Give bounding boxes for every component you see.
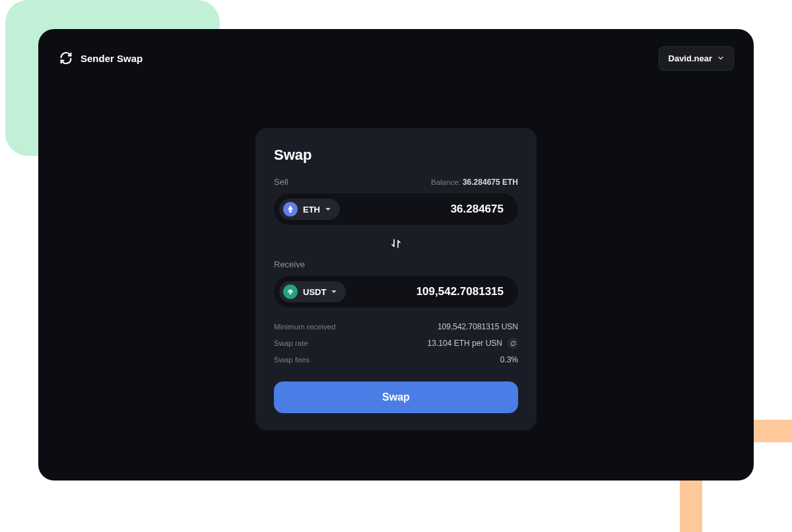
swap-fees-row: Swap fees 0.3% [274, 355, 518, 364]
sell-token-symbol: ETH [303, 205, 320, 215]
chevron-down-icon [325, 208, 331, 211]
logo-block: Sender Swap [58, 50, 143, 66]
swap-logo-icon [58, 50, 74, 66]
account-button[interactable]: David.near [659, 46, 734, 71]
receive-label: Receive [274, 259, 305, 269]
balance-display: Balance: 36.284675 ETH [431, 178, 518, 187]
card-title: Swap [274, 147, 518, 164]
receive-token-select[interactable]: USDT [279, 281, 346, 302]
swap-direction-row [274, 234, 518, 253]
receive-amount-row: USDT 109,542.7081315 [274, 276, 518, 308]
app-window: Sender Swap David.near Swap Sell Balance… [38, 29, 754, 481]
balance-value: 36.284675 ETH [463, 178, 518, 187]
swap-rate-label: Swap rate [274, 339, 308, 347]
sell-label-row: Sell Balance: 36.284675 ETH [274, 177, 518, 187]
eth-icon [283, 202, 298, 216]
account-label: David.near [669, 53, 712, 63]
min-received-row: Minimum received 109,542.7081315 USN [274, 322, 518, 331]
balance-label: Balance: [431, 178, 461, 186]
sell-amount-row: ETH 36.284675 [274, 193, 518, 225]
receive-token-symbol: USDT [303, 287, 326, 297]
header: Sender Swap David.near [58, 45, 734, 71]
sell-amount-input[interactable]: 36.284675 [451, 203, 504, 216]
swap-button[interactable]: Swap [274, 382, 518, 413]
swap-fees-label: Swap fees [274, 356, 310, 364]
chevron-down-icon [331, 290, 337, 293]
swap-direction-button[interactable] [387, 234, 405, 253]
receive-amount-input[interactable]: 109,542.7081315 [416, 285, 504, 298]
sell-token-select[interactable]: ETH [279, 199, 340, 220]
refresh-rate-button[interactable] [508, 338, 518, 349]
receive-label-row: Receive [274, 259, 518, 269]
swap-details: Minimum received 109,542.7081315 USN Swa… [274, 322, 518, 364]
app-title: Sender Swap [81, 53, 143, 64]
min-received-value: 109,542.7081315 USN [438, 322, 518, 331]
chevron-down-icon [717, 55, 724, 61]
min-received-label: Minimum received [274, 323, 335, 331]
usdt-icon [283, 284, 298, 299]
swap-card: Swap Sell Balance: 36.284675 ETH ETH 36.… [255, 128, 537, 430]
swap-rate-value: 13.104 ETH per USN [428, 339, 502, 348]
sell-label: Sell [274, 177, 288, 187]
swap-fees-value: 0.3% [500, 355, 518, 364]
swap-rate-row: Swap rate 13.104 ETH per USN [274, 338, 518, 349]
